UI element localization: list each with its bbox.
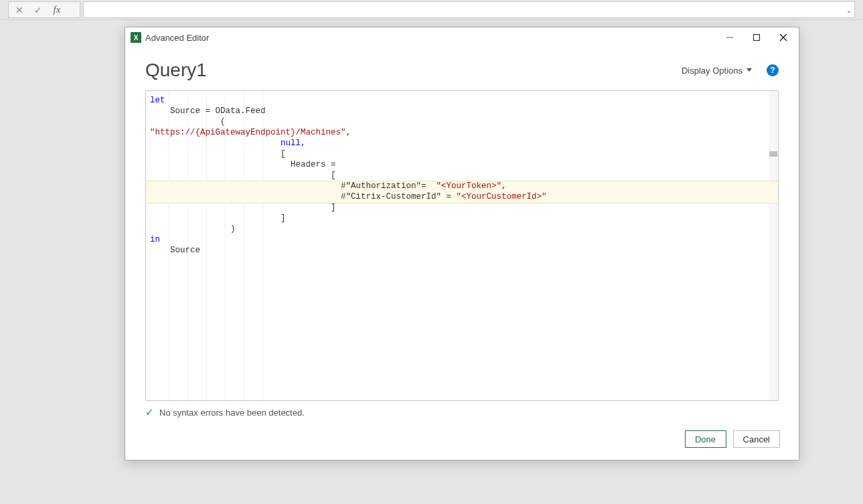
svg-marker-4: [747, 68, 752, 72]
display-options-label: Display Options: [682, 66, 742, 76]
chevron-down-icon: [747, 68, 752, 72]
dialog-titlebar: X Advanced Editor: [125, 27, 799, 48]
dialog-buttons: Done Cancel: [125, 421, 799, 460]
maximize-icon: [753, 33, 761, 41]
formula-cancel-button[interactable]: ✕: [11, 3, 27, 17]
status-bar: ✓ No syntax errors have been detected.: [125, 404, 799, 421]
cancel-button[interactable]: Cancel: [733, 430, 780, 448]
formula-bar-controls: ✕ ✓ fx: [8, 1, 80, 18]
formula-input[interactable]: ⌄: [83, 1, 855, 18]
minimize-button[interactable]: [718, 29, 741, 46]
formula-dropdown-icon: ⌄: [846, 6, 852, 13]
maximize-button[interactable]: [745, 29, 768, 46]
help-button[interactable]: ?: [767, 64, 779, 76]
close-button[interactable]: [772, 29, 795, 46]
check-icon: ✓: [145, 406, 154, 418]
svg-rect-1: [754, 35, 760, 41]
done-button[interactable]: Done: [685, 430, 726, 448]
code-text: let Source = OData.Feed ( "https://{ApiG…: [146, 91, 778, 256]
query-name: Query1: [145, 60, 676, 81]
formula-accept-button[interactable]: ✓: [30, 3, 46, 17]
dialog-header: Query1 Display Options ?: [125, 48, 799, 85]
close-icon: [779, 33, 787, 41]
fx-icon[interactable]: fx: [49, 3, 65, 17]
code-editor[interactable]: let Source = OData.Feed ( "https://{ApiG…: [145, 90, 779, 401]
minimize-icon: [726, 33, 734, 41]
dialog-title: Advanced Editor: [145, 33, 209, 43]
excel-icon: X: [131, 32, 141, 43]
display-options-dropdown[interactable]: Display Options: [676, 63, 757, 78]
advanced-editor-dialog: X Advanced Editor Query1 Display Options…: [125, 27, 799, 460]
status-text: No syntax errors have been detected.: [159, 408, 305, 418]
formula-bar: ✕ ✓ fx ⌄: [0, 0, 863, 20]
